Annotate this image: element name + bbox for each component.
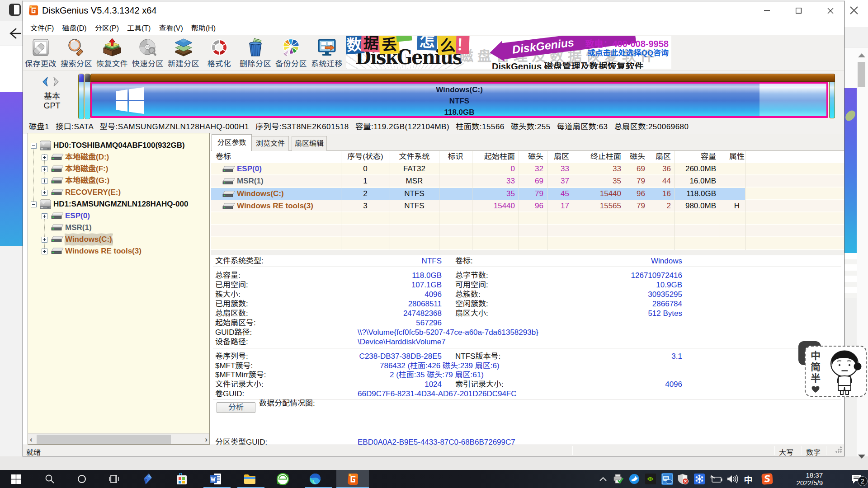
menu-view[interactable]: 查看(V) bbox=[155, 22, 187, 33]
meme-sticker-overlay[interactable]: 中 简 半 bbox=[804, 340, 868, 398]
scroll-right-icon[interactable]: › bbox=[205, 435, 208, 444]
col-header-start-head[interactable]: 磁头 bbox=[519, 151, 543, 162]
task-view-button[interactable] bbox=[103, 470, 125, 488]
app-lightning-button[interactable] bbox=[137, 470, 159, 488]
search-partition-button[interactable]: 搜索分区 bbox=[59, 37, 94, 70]
resize-grip[interactable] bbox=[835, 446, 842, 453]
table-row-windows-c-selected[interactable]: Windows(C:) 2 NTFS 35 79 45 15440 96 16 … bbox=[211, 188, 844, 200]
menu-file[interactable]: 文件(F) bbox=[26, 22, 58, 33]
prev-disk-icon[interactable] bbox=[43, 77, 47, 86]
menu-tools[interactable]: 工具(T) bbox=[123, 22, 155, 33]
tree-item-local-d[interactable]: 本地磁盘(D:) bbox=[28, 151, 209, 163]
partition-bar-msr[interactable] bbox=[85, 74, 90, 119]
tray-power[interactable] bbox=[709, 470, 723, 488]
col-header-start-cyl[interactable]: 起始柱面 bbox=[472, 151, 515, 162]
tree-scrollbar-thumb[interactable] bbox=[37, 435, 171, 444]
tree-item-recovery-e[interactable]: RECOVERY(E:) bbox=[28, 187, 209, 198]
edge-button[interactable] bbox=[304, 470, 326, 488]
tray-snowflake-app[interactable] bbox=[693, 470, 706, 488]
tree-horizontal-scrollbar[interactable]: ‹ › bbox=[28, 433, 209, 444]
background-scroll-down-icon[interactable] bbox=[858, 455, 865, 459]
collapse-icon[interactable] bbox=[31, 143, 37, 149]
tree-item-hd1[interactable]: HD1:SAMSUNGMZNLN128HAHQ-000 bbox=[28, 198, 209, 210]
ad-banner[interactable]: DiskGenius 磁盘管理及数据恢复软件 数 据 丢 怎 么 ！ DiskG… bbox=[346, 36, 671, 69]
tab-sector-edit[interactable]: 扇区编辑 bbox=[292, 136, 327, 151]
close-button[interactable] bbox=[820, 1, 841, 20]
menu-disk[interactable]: 磁盘(D) bbox=[58, 22, 90, 33]
col-header-end-sect[interactable]: 扇区 bbox=[649, 151, 671, 162]
tab-partition-params[interactable]: 分区参数 bbox=[212, 134, 252, 151]
table-row-windows-re[interactable]: Windows RE tools(3) 3 NTFS 15440 96 17 1… bbox=[211, 200, 844, 212]
tray-printer[interactable] bbox=[611, 470, 625, 488]
background-scroll-up-icon[interactable] bbox=[858, 53, 865, 57]
table-row-msr[interactable]: MSR(1) 1 MSR 33 69 37 35 79 44 16.0MB bbox=[211, 175, 844, 188]
menu-help[interactable]: 帮助(H) bbox=[187, 22, 220, 33]
partition-bar-windows-c[interactable]: Windows(C:) NTFS 118.0GB bbox=[90, 82, 828, 118]
col-header-end-cyl[interactable]: 终止柱面 bbox=[573, 151, 621, 162]
col-header-attr[interactable]: 属性 bbox=[724, 151, 750, 162]
tray-defender[interactable] bbox=[676, 470, 690, 488]
system-migration-button[interactable]: 系统迁移 bbox=[310, 37, 344, 70]
tree-item-local-g[interactable]: 本地磁盘(G:) bbox=[28, 175, 209, 187]
tray-bird-app[interactable] bbox=[627, 470, 641, 488]
cortana-button[interactable] bbox=[71, 470, 93, 488]
back-arrow-icon[interactable] bbox=[7, 27, 21, 40]
start-button[interactable] bbox=[5, 470, 27, 488]
minimize-button[interactable] bbox=[756, 1, 778, 20]
expand-icon[interactable] bbox=[42, 178, 47, 184]
scroll-left-icon[interactable]: ‹ bbox=[30, 435, 33, 444]
tree-item-esp[interactable]: ESP(0) bbox=[28, 210, 209, 222]
analyze-button[interactable]: 分析 bbox=[217, 402, 255, 413]
new-partition-button[interactable]: 新建分区 bbox=[166, 37, 201, 70]
taskbar-search-button[interactable] bbox=[39, 470, 61, 488]
tray-sogou[interactable] bbox=[760, 470, 775, 488]
tray-ime[interactable]: 中 bbox=[741, 470, 755, 488]
col-header-volume[interactable]: 卷标 bbox=[216, 151, 231, 162]
background-scrollbar-track[interactable] bbox=[857, 88, 868, 456]
col-header-index[interactable]: 序号(状态) bbox=[341, 151, 390, 162]
delete-partition-button[interactable]: 删除分区 bbox=[238, 37, 273, 70]
expand-icon[interactable] bbox=[42, 237, 47, 243]
col-header-end-head[interactable]: 磁头 bbox=[625, 151, 645, 162]
tray-nvidia[interactable] bbox=[644, 470, 657, 488]
partition-bar-re-tools[interactable] bbox=[829, 82, 835, 118]
background-close-icon[interactable] bbox=[848, 5, 860, 16]
tree-item-windows-re[interactable]: Windows RE tools(3) bbox=[28, 245, 209, 257]
quick-partition-button[interactable]: 快速分区 bbox=[131, 37, 165, 70]
diskgenius-taskbar-button[interactable] bbox=[336, 470, 369, 488]
col-header-start-sect[interactable]: 扇区 bbox=[547, 151, 569, 162]
maximize-button[interactable] bbox=[788, 1, 809, 20]
expand-icon[interactable] bbox=[42, 249, 47, 254]
disk-nav-arrows[interactable] bbox=[40, 76, 61, 87]
collapse-icon[interactable] bbox=[31, 202, 37, 207]
tree-item-msr[interactable]: MSR(1) bbox=[28, 222, 209, 234]
ie-browser-button[interactable] bbox=[272, 470, 293, 488]
recover-files-button[interactable]: 恢复文件 bbox=[95, 37, 129, 70]
col-header-fs[interactable]: 文件系统 bbox=[390, 151, 439, 162]
background-scrollbar-thumb[interactable] bbox=[858, 62, 865, 87]
ad-qq-link[interactable]: 或点击此处选择QQ咨询 bbox=[588, 47, 669, 58]
table-row-esp[interactable]: ESP(0) 0 FAT32 0 32 33 33 69 36 260.0MB bbox=[211, 163, 844, 175]
tray-expand-button[interactable] bbox=[596, 470, 610, 488]
col-header-mark[interactable]: 标识 bbox=[439, 151, 472, 162]
taskbar-clock[interactable]: 18:37 2022/5/9 bbox=[797, 471, 823, 487]
expand-icon[interactable] bbox=[42, 166, 47, 172]
tray-volume[interactable] bbox=[725, 470, 741, 488]
backup-partition-button[interactable]: 备份分区 bbox=[274, 37, 308, 70]
word-button[interactable] bbox=[205, 470, 226, 488]
title-bar[interactable]: DiskGenius V5.4.3.1342 x64 bbox=[23, 1, 844, 20]
tree-item-windows-c[interactable]: Windows(C:) bbox=[28, 234, 209, 245]
next-disk-icon[interactable] bbox=[54, 77, 58, 86]
tab-browse-files[interactable]: 浏览文件 bbox=[252, 136, 289, 151]
expand-icon[interactable] bbox=[42, 155, 47, 160]
store-button[interactable] bbox=[171, 470, 193, 488]
col-header-capacity[interactable]: 容量 bbox=[675, 151, 716, 162]
file-explorer-button[interactable] bbox=[239, 470, 260, 488]
action-center-button[interactable]: 2 bbox=[844, 470, 868, 488]
save-changes-button[interactable]: 保存更改 bbox=[24, 37, 58, 70]
expand-icon[interactable] bbox=[42, 190, 47, 196]
partition-bar-esp[interactable] bbox=[78, 74, 84, 119]
menu-partition[interactable]: 分区(P) bbox=[91, 22, 123, 33]
expand-icon[interactable] bbox=[42, 213, 47, 219]
format-button[interactable]: 格式化 bbox=[202, 37, 236, 70]
